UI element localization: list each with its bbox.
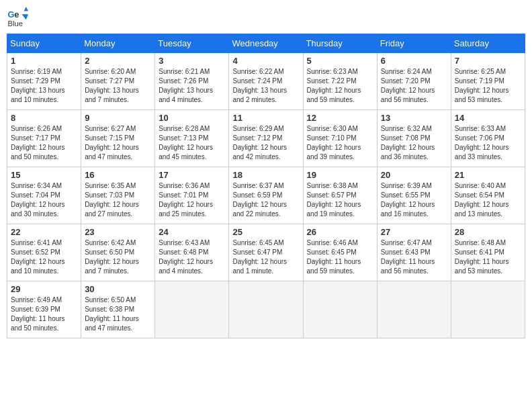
day-number: 15: [11, 170, 77, 180]
day-number: 1: [11, 56, 77, 66]
day-number: 24: [159, 227, 225, 237]
day-info: Sunrise: 6:19 AM Sunset: 7:29 PM Dayligh…: [11, 67, 77, 105]
day-number: 17: [159, 170, 225, 180]
day-info: Sunrise: 6:49 AM Sunset: 6:39 PM Dayligh…: [11, 295, 77, 333]
day-cell-29: 29 Sunrise: 6:49 AM Sunset: 6:39 PM Dayl…: [7, 281, 81, 338]
day-info: Sunrise: 6:36 AM Sunset: 7:01 PM Dayligh…: [159, 181, 225, 219]
day-number: 5: [307, 56, 373, 66]
day-number: 13: [381, 113, 447, 123]
day-number: 23: [85, 227, 151, 237]
day-cell-12: 12 Sunrise: 6:30 AM Sunset: 7:10 PM Dayl…: [303, 110, 377, 167]
day-cell-16: 16 Sunrise: 6:35 AM Sunset: 7:03 PM Dayl…: [81, 167, 155, 224]
day-cell-28: 28 Sunrise: 6:48 AM Sunset: 6:41 PM Dayl…: [451, 224, 525, 281]
day-number: 7: [455, 56, 521, 66]
day-info: Sunrise: 6:30 AM Sunset: 7:10 PM Dayligh…: [307, 124, 373, 162]
empty-cell: [229, 281, 303, 338]
day-cell-9: 9 Sunrise: 6:27 AM Sunset: 7:15 PM Dayli…: [81, 110, 155, 167]
day-number: 3: [159, 56, 225, 66]
day-cell-30: 30 Sunrise: 6:50 AM Sunset: 6:38 PM Dayl…: [81, 281, 155, 338]
day-number: 14: [455, 113, 521, 123]
day-cell-5: 5 Sunrise: 6:23 AM Sunset: 7:22 PM Dayli…: [303, 53, 377, 110]
day-info: Sunrise: 6:37 AM Sunset: 6:59 PM Dayligh…: [232, 181, 299, 219]
day-info: Sunrise: 6:42 AM Sunset: 6:50 PM Dayligh…: [85, 238, 151, 276]
empty-cell: [155, 281, 229, 338]
weekday-header-row: SundayMondayTuesdayWednesdayThursdayFrid…: [7, 34, 525, 53]
day-cell-26: 26 Sunrise: 6:46 AM Sunset: 6:45 PM Dayl…: [303, 224, 377, 281]
day-info: Sunrise: 6:26 AM Sunset: 7:17 PM Dayligh…: [11, 124, 77, 162]
day-cell-7: 7 Sunrise: 6:25 AM Sunset: 7:19 PM Dayli…: [451, 53, 525, 110]
day-number: 9: [85, 113, 151, 123]
day-info: Sunrise: 6:48 AM Sunset: 6:41 PM Dayligh…: [455, 238, 521, 276]
day-info: Sunrise: 6:28 AM Sunset: 7:13 PM Dayligh…: [159, 124, 225, 162]
svg-text:e: e: [14, 9, 19, 19]
day-info: Sunrise: 6:39 AM Sunset: 6:55 PM Dayligh…: [381, 181, 447, 219]
page-header: G e Blue: [7, 7, 525, 28]
day-info: Sunrise: 6:24 AM Sunset: 7:20 PM Dayligh…: [381, 67, 447, 105]
svg-text:Blue: Blue: [8, 19, 23, 28]
day-info: Sunrise: 6:21 AM Sunset: 7:26 PM Dayligh…: [159, 67, 225, 105]
weekday-header-wednesday: Wednesday: [229, 34, 303, 53]
empty-cell: [303, 281, 377, 338]
svg-text:G: G: [8, 9, 15, 19]
day-info: Sunrise: 6:33 AM Sunset: 7:06 PM Dayligh…: [455, 124, 521, 162]
day-number: 21: [455, 170, 521, 180]
day-cell-21: 21 Sunrise: 6:40 AM Sunset: 6:54 PM Dayl…: [451, 167, 525, 224]
day-number: 25: [232, 227, 299, 237]
day-cell-8: 8 Sunrise: 6:26 AM Sunset: 7:17 PM Dayli…: [7, 110, 81, 167]
svg-marker-4: [21, 14, 28, 19]
weekday-header-tuesday: Tuesday: [155, 34, 229, 53]
day-number: 4: [232, 56, 299, 66]
empty-cell: [451, 281, 525, 338]
svg-marker-3: [24, 7, 28, 11]
weekday-header-monday: Monday: [81, 34, 155, 53]
day-info: Sunrise: 6:40 AM Sunset: 6:54 PM Dayligh…: [455, 181, 521, 219]
day-cell-24: 24 Sunrise: 6:43 AM Sunset: 6:48 PM Dayl…: [155, 224, 229, 281]
day-info: Sunrise: 6:23 AM Sunset: 7:22 PM Dayligh…: [307, 67, 373, 105]
day-cell-22: 22 Sunrise: 6:41 AM Sunset: 6:52 PM Dayl…: [7, 224, 81, 281]
day-cell-2: 2 Sunrise: 6:20 AM Sunset: 7:27 PM Dayli…: [81, 53, 155, 110]
day-cell-13: 13 Sunrise: 6:32 AM Sunset: 7:08 PM Dayl…: [377, 110, 451, 167]
day-info: Sunrise: 6:32 AM Sunset: 7:08 PM Dayligh…: [381, 124, 447, 162]
day-number: 6: [381, 56, 447, 66]
weekday-header-saturday: Saturday: [451, 34, 525, 53]
calendar-table: SundayMondayTuesdayWednesdayThursdayFrid…: [7, 34, 525, 338]
day-number: 19: [307, 170, 373, 180]
day-number: 2: [85, 56, 151, 66]
calendar-week-4: 22 Sunrise: 6:41 AM Sunset: 6:52 PM Dayl…: [7, 224, 525, 281]
day-cell-15: 15 Sunrise: 6:34 AM Sunset: 7:04 PM Dayl…: [7, 167, 81, 224]
day-info: Sunrise: 6:34 AM Sunset: 7:04 PM Dayligh…: [11, 181, 77, 219]
day-cell-23: 23 Sunrise: 6:42 AM Sunset: 6:50 PM Dayl…: [81, 224, 155, 281]
day-info: Sunrise: 6:20 AM Sunset: 7:27 PM Dayligh…: [85, 67, 151, 105]
day-number: 8: [11, 113, 77, 123]
logo-icon: G e Blue: [7, 7, 28, 28]
calendar-week-3: 15 Sunrise: 6:34 AM Sunset: 7:04 PM Dayl…: [7, 167, 525, 224]
day-cell-18: 18 Sunrise: 6:37 AM Sunset: 6:59 PM Dayl…: [229, 167, 303, 224]
day-cell-27: 27 Sunrise: 6:47 AM Sunset: 6:43 PM Dayl…: [377, 224, 451, 281]
day-number: 20: [381, 170, 447, 180]
day-cell-6: 6 Sunrise: 6:24 AM Sunset: 7:20 PM Dayli…: [377, 53, 451, 110]
day-info: Sunrise: 6:35 AM Sunset: 7:03 PM Dayligh…: [85, 181, 151, 219]
day-number: 12: [307, 113, 373, 123]
day-info: Sunrise: 6:41 AM Sunset: 6:52 PM Dayligh…: [11, 238, 77, 276]
day-cell-20: 20 Sunrise: 6:39 AM Sunset: 6:55 PM Dayl…: [377, 167, 451, 224]
day-number: 16: [85, 170, 151, 180]
weekday-header-friday: Friday: [377, 34, 451, 53]
day-cell-19: 19 Sunrise: 6:38 AM Sunset: 6:57 PM Dayl…: [303, 167, 377, 224]
day-number: 10: [159, 113, 225, 123]
day-number: 28: [455, 227, 521, 237]
day-info: Sunrise: 6:22 AM Sunset: 7:24 PM Dayligh…: [232, 67, 299, 105]
day-number: 30: [85, 284, 151, 294]
day-info: Sunrise: 6:25 AM Sunset: 7:19 PM Dayligh…: [455, 67, 521, 105]
day-number: 27: [381, 227, 447, 237]
day-number: 26: [307, 227, 373, 237]
day-cell-10: 10 Sunrise: 6:28 AM Sunset: 7:13 PM Dayl…: [155, 110, 229, 167]
calendar-week-5: 29 Sunrise: 6:49 AM Sunset: 6:39 PM Dayl…: [7, 281, 525, 338]
day-info: Sunrise: 6:45 AM Sunset: 6:47 PM Dayligh…: [232, 238, 299, 276]
day-info: Sunrise: 6:27 AM Sunset: 7:15 PM Dayligh…: [85, 124, 151, 162]
day-info: Sunrise: 6:29 AM Sunset: 7:12 PM Dayligh…: [232, 124, 299, 162]
day-cell-17: 17 Sunrise: 6:36 AM Sunset: 7:01 PM Dayl…: [155, 167, 229, 224]
day-number: 29: [11, 284, 77, 294]
logo: G e Blue: [7, 7, 31, 28]
day-info: Sunrise: 6:38 AM Sunset: 6:57 PM Dayligh…: [307, 181, 373, 219]
calendar-week-1: 1 Sunrise: 6:19 AM Sunset: 7:29 PM Dayli…: [7, 53, 525, 110]
